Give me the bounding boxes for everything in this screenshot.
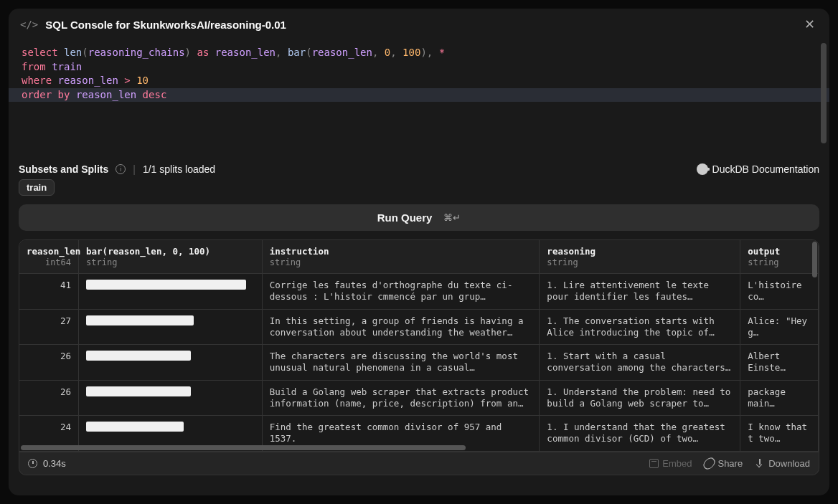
cell-output: L'histoire co informatique xyxy=(740,274,819,310)
table-row[interactable]: 41Corrige les fautes d'orthographe du te… xyxy=(19,274,819,310)
cell-reason-len: 26 xyxy=(19,380,79,416)
footer-bar: 0.34s Embed Share Download xyxy=(19,452,819,475)
cell-reason-len: 41 xyxy=(19,274,79,310)
link-icon xyxy=(702,455,717,471)
download-button[interactable]: Download xyxy=(755,458,810,469)
bar-fill xyxy=(86,386,191,396)
embed-button[interactable]: Embed xyxy=(649,458,692,469)
duckdb-docs-link[interactable]: DuckDB Documentation xyxy=(697,163,819,175)
bar-fill xyxy=(86,422,184,432)
table-header-row: reason_lenint64bar(reason_len, 0, 100)st… xyxy=(19,240,819,274)
column-header[interactable]: bar(reason_len, 0, 100)string xyxy=(79,240,263,274)
share-button[interactable]: Share xyxy=(705,458,743,469)
modal-header: </> SQL Console for SkunkworksAI/reasoni… xyxy=(9,9,829,40)
cell-reasoning: 1. Start with a casual conversation amon… xyxy=(540,345,740,381)
download-icon xyxy=(755,459,765,468)
sql-line[interactable]: select len(reasoning_chains) as reason_l… xyxy=(22,46,816,60)
table-row[interactable]: 26Build a Golang web scraper that extrac… xyxy=(19,380,819,416)
cell-instruction: Corrige les fautes d'orthographe du text… xyxy=(262,274,540,310)
cell-bar xyxy=(79,309,263,345)
editor-scrollbar[interactable] xyxy=(821,43,827,143)
bar-fill xyxy=(86,315,194,325)
bar-fill xyxy=(86,280,246,290)
cell-reason-len: 26 xyxy=(19,345,79,381)
results-table-wrap: reason_lenint64bar(reason_len, 0, 100)st… xyxy=(19,239,819,452)
duckdb-label: DuckDB Documentation xyxy=(712,163,819,175)
cell-reasoning: 1. Lire attentivement le texte pour iden… xyxy=(540,274,740,310)
table-body: 41Corrige les fautes d'orthographe du te… xyxy=(19,274,819,452)
column-header[interactable]: instructionstring xyxy=(262,240,540,274)
code-icon: </> xyxy=(20,19,38,30)
run-label: Run Query xyxy=(377,211,433,224)
run-shortcut: ⌘↵ xyxy=(443,212,461,223)
split-chips: train xyxy=(9,179,829,204)
sql-line[interactable]: order by reason_len desc xyxy=(9,88,829,103)
table-row[interactable]: 26The characters are discussing the worl… xyxy=(19,345,819,381)
sql-editor[interactable]: select len(reasoning_chains) as reason_l… xyxy=(9,40,829,156)
splits-loaded: 1/1 splits loaded xyxy=(143,163,215,175)
cell-reasoning: 1. I understand that the greatest common… xyxy=(540,416,740,452)
cell-bar xyxy=(79,380,263,416)
duckdb-icon xyxy=(697,163,708,175)
column-header[interactable]: reason_lenint64 xyxy=(19,240,79,274)
table-vscrollbar[interactable] xyxy=(812,242,817,277)
modal-title: SQL Console for SkunkworksAI/reasoning-0… xyxy=(45,19,794,31)
query-time: 0.34s xyxy=(43,458,66,469)
separator: | xyxy=(133,163,136,175)
cell-instruction: Build a Golang web scraper that extracts… xyxy=(262,380,540,416)
results-table: reason_lenint64bar(reason_len, 0, 100)st… xyxy=(19,240,819,452)
info-icon[interactable]: i xyxy=(116,164,126,174)
cell-bar xyxy=(79,274,263,310)
bar-fill xyxy=(86,351,191,361)
sql-line[interactable]: where reason_len > 10 xyxy=(22,74,816,88)
cell-output: package main "io/ioutil" " xyxy=(740,380,819,416)
cell-bar xyxy=(79,345,263,381)
column-header[interactable]: outputstring xyxy=(740,240,819,274)
close-button[interactable]: ✕ xyxy=(801,16,818,33)
run-query-button[interactable]: Run Query ⌘↵ xyxy=(19,204,819,231)
cell-output: Albert Einste place called xyxy=(740,345,819,381)
cell-output: Alice: "Hey g meteorologist xyxy=(740,309,819,345)
clock-icon xyxy=(28,459,37,468)
sql-console-modal: </> SQL Console for SkunkworksAI/reasoni… xyxy=(9,9,829,495)
splits-label: Subsets and Splits xyxy=(19,163,108,175)
cell-instruction: In this setting, a group of friends is h… xyxy=(262,309,540,345)
table-row[interactable]: 27In this setting, a group of friends is… xyxy=(19,309,819,345)
table-hscrollbar[interactable] xyxy=(21,445,466,450)
cell-instruction: The characters are discussing the world'… xyxy=(262,345,540,381)
split-chip[interactable]: train xyxy=(19,179,55,196)
cell-reason-len: 27 xyxy=(19,309,79,345)
cell-output: I know that t two numbers i xyxy=(740,416,819,452)
cell-reasoning: 1. Understand the problem: need to build… xyxy=(540,380,740,416)
embed-icon xyxy=(649,459,659,468)
sql-line[interactable]: from train xyxy=(22,60,816,75)
column-header[interactable]: reasoningstring xyxy=(540,240,740,274)
cell-reasoning: 1. The conversation starts with Alice in… xyxy=(540,309,740,345)
splits-bar: Subsets and Splits i | 1/1 splits loaded… xyxy=(9,156,829,179)
